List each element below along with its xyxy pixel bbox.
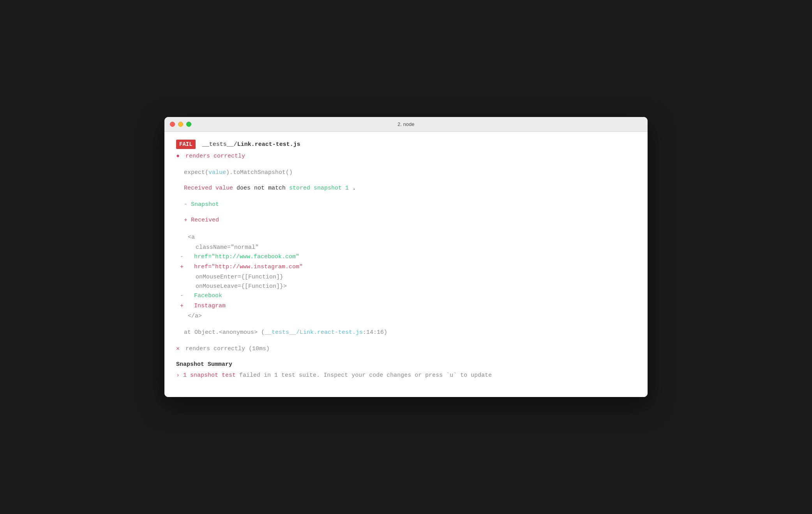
- diff-plus-label-line: + Received: [176, 216, 636, 225]
- x-mark-icon: ✕: [176, 346, 180, 352]
- snapshot-summary-title: Snapshot Summary: [176, 360, 636, 369]
- code-a-open: <a: [176, 233, 636, 242]
- diff-minus-label-line: - Snapshot: [176, 200, 636, 209]
- diff-plus-label: + Received: [184, 217, 219, 223]
- code-expect: expect(value).toMatchSnapshot(): [176, 168, 636, 177]
- bullet-icon: ●: [176, 153, 180, 160]
- code-href-minus: - href="http://www.facebook.com": [176, 252, 636, 262]
- test-result-line: ✕ renders correctly (10ms): [176, 344, 636, 354]
- fail-path: __tests__/Link.react-test.js: [202, 141, 300, 148]
- test-name: renders correctly: [185, 153, 245, 160]
- code-a-close: </a>: [176, 312, 636, 321]
- code-onmouseenter: onMouseEnter={[Function]}: [176, 273, 636, 282]
- diff-minus-label: - Snapshot: [184, 201, 219, 208]
- stack-link: __tests__/Link.react-test.js: [265, 329, 363, 336]
- snapshot-failed-text: failed in 1 test suite.: [239, 372, 320, 379]
- code-text-plus: + Instagram: [176, 301, 636, 311]
- window-title: 2. node: [397, 121, 414, 127]
- traffic-lights: [170, 122, 191, 127]
- stack-location: :14:16): [363, 329, 387, 336]
- received-label: Received value: [184, 185, 233, 191]
- received-message: Received value does not match stored sna…: [176, 184, 636, 193]
- received-does-not-match: does not match: [237, 185, 289, 191]
- code-classname: className="normal": [176, 243, 636, 252]
- snapshot-arrow: ›: [176, 372, 180, 379]
- received-period: .: [352, 185, 356, 191]
- maximize-button[interactable]: [186, 122, 191, 127]
- fail-badge: FAIL: [176, 140, 196, 149]
- fail-line: FAIL __tests__/Link.react-test.js: [176, 140, 636, 149]
- snapshot-summary: Snapshot Summary › 1 snapshot test faile…: [176, 360, 636, 380]
- fail-filename: Link.react-test.js: [237, 141, 300, 148]
- test-result-label: renders correctly (10ms): [185, 346, 270, 352]
- titlebar: 2. node: [164, 117, 648, 132]
- stack-trace: at Object.<anonymous> (__tests__/Link.re…: [176, 328, 636, 337]
- terminal-window: 2. node FAIL __tests__/Link.react-test.j…: [164, 117, 648, 397]
- snapshot-count-colored: 1 snapshot test: [183, 372, 236, 379]
- snapshot-inspect-text: Inspect your code changes or press `u` t…: [323, 372, 492, 379]
- code-text-minus: - Facebook: [176, 291, 636, 301]
- code-href-plus: + href="http://www.instagram.com": [176, 262, 636, 272]
- stack-prefix: at Object.<anonymous> (: [184, 329, 265, 336]
- snapshot-summary-line: › 1 snapshot test failed in 1 test suite…: [176, 371, 636, 380]
- close-button[interactable]: [170, 122, 175, 127]
- code-onmouseleave: onMouseLeave={[Function]}>: [176, 282, 636, 291]
- minimize-button[interactable]: [178, 122, 183, 127]
- stored-snapshot-label: stored snapshot 1: [289, 185, 349, 191]
- test-name-line: ● renders correctly: [176, 152, 636, 161]
- terminal-body: FAIL __tests__/Link.react-test.js ● rend…: [164, 132, 648, 397]
